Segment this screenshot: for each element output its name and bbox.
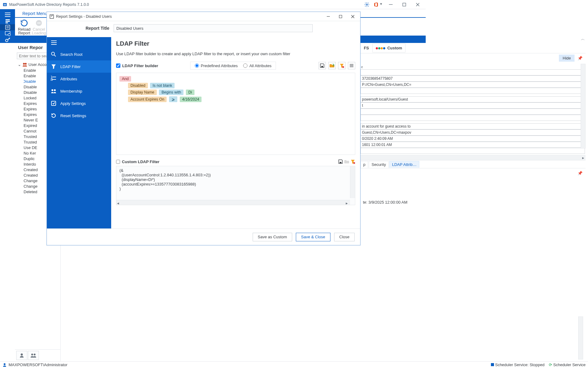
svg-rect-44 [340, 162, 341, 163]
svg-rect-40 [321, 66, 323, 67]
svg-rect-2 [4, 5, 6, 6]
filter-builder[interactable]: And Disabled Is not blank Display Name B… [116, 73, 355, 155]
filter-row-1[interactable]: Disabled Is not blank [128, 83, 352, 88]
lines-icon[interactable] [348, 62, 355, 69]
detail-field[interactable] [360, 142, 426, 148]
rail-item-4-key-icon[interactable] [0, 37, 15, 43]
dialog-hamburger-icon[interactable] [47, 37, 111, 48]
save-and-close-button[interactable]: Save & Close [296, 233, 330, 241]
main-minimize-button[interactable] [384, 0, 398, 9]
main-close-button[interactable] [411, 0, 424, 9]
users-icon [22, 63, 27, 67]
btab-ldap-attrib[interactable]: LDAP Attrib… [389, 161, 419, 168]
vertical-scrollbar[interactable] [350, 166, 355, 198]
save-as-custom-button[interactable]: Save as Custom [253, 233, 292, 241]
report-title-label: Report Title [51, 26, 109, 31]
custom-enable-checkbox[interactable]: Custom LDAP Filter [116, 159, 160, 164]
detail-field[interactable] [360, 69, 426, 75]
filter-row-3[interactable]: Account Expires On ⩾ 4/16/2024 [128, 96, 352, 102]
rail-hamburger-icon[interactable] [0, 12, 15, 18]
settings-gear-icon[interactable] [364, 2, 370, 7]
svg-rect-41 [350, 64, 353, 65]
nav-attributes[interactable]: 1a Attributes [47, 73, 111, 85]
detail-field[interactable] [360, 82, 426, 88]
open-folder-icon[interactable] [328, 62, 336, 69]
btab-1[interactable]: p [360, 161, 368, 168]
nav-apply-settings[interactable]: Apply Settings [47, 97, 111, 109]
token-val[interactable]: 4/16/2024 [180, 97, 202, 102]
save-icon[interactable] [338, 159, 343, 164]
token-attr[interactable]: Disabled [128, 83, 148, 88]
chevron-down-icon: ⌄ [17, 62, 21, 67]
svg-rect-26 [50, 15, 54, 18]
rail-item-3[interactable] [0, 30, 15, 36]
token-and[interactable]: And [119, 76, 131, 82]
horizontal-scrollbar[interactable]: ◂▸ [116, 200, 350, 205]
reset-icon [51, 113, 57, 119]
close-button[interactable]: Close [334, 233, 355, 241]
detail-field[interactable] [360, 102, 426, 109]
app-icon [2, 2, 7, 7]
svg-rect-0 [3, 3, 7, 6]
horizontal-scrollbar[interactable]: ▸ [360, 155, 426, 160]
rail-item-2-active[interactable] [0, 24, 15, 30]
svg-rect-6 [5, 13, 10, 13]
nav-membership[interactable]: Membership [47, 85, 111, 97]
svg-rect-10 [6, 21, 10, 22]
dialog-minimize-button[interactable] [322, 13, 334, 21]
detail-field[interactable] [360, 123, 426, 129]
detail-field[interactable] [360, 115, 426, 121]
date-value: te: 3/9/2025 12:00:00 AM [363, 200, 426, 205]
svg-point-32 [51, 52, 55, 55]
detail-field[interactable] [360, 88, 426, 94]
office365-icon[interactable] [373, 2, 379, 7]
right-bottom-tabs: p Security LDAP Attrib… [360, 160, 426, 168]
svg-rect-1 [4, 4, 6, 5]
radio-all[interactable]: All Attributes [243, 63, 271, 68]
tab-fs[interactable]: FS [360, 44, 372, 52]
tab-custom[interactable]: Custom [372, 44, 405, 52]
rail-item-1[interactable] [0, 18, 15, 24]
main-maximize-button[interactable] [398, 0, 411, 9]
detail-field[interactable] [360, 136, 426, 142]
radio-predefined[interactable]: Predefined Attributes [195, 63, 238, 68]
token-attr[interactable]: Display Name [128, 90, 157, 95]
filter-row-2[interactable]: Display Name Begins with Di [128, 90, 352, 95]
token-op[interactable]: ⩾ [169, 96, 177, 102]
nav-ldap-filter[interactable]: LDAP Filter [47, 60, 111, 73]
nav-reset-settings[interactable]: Reset Settings [47, 109, 111, 122]
detail-field[interactable] [360, 148, 426, 154]
right-details-grid: e [360, 63, 426, 155]
clear-filter-icon[interactable] [338, 62, 345, 69]
btab-security[interactable]: Security [369, 161, 389, 168]
svg-rect-9 [6, 19, 10, 20]
dialog-icon [49, 14, 54, 19]
dialog-sidebar: Search Root LDAP Filter 1a Attributes Me… [47, 37, 111, 228]
token-val[interactable]: Di [186, 90, 194, 95]
report-title-input[interactable] [114, 24, 313, 32]
ribbon-tab-report-menu[interactable]: Report Menu [19, 10, 50, 17]
clear-filter-icon[interactable] [350, 159, 355, 164]
apply-icon [51, 100, 57, 106]
token-op[interactable]: Begins with [159, 90, 183, 95]
custom-filter-textarea[interactable]: (& ((userAccountControl:1.2.840.113556.1… [116, 166, 355, 205]
dialog-close-button[interactable] [347, 13, 359, 21]
dialog-maximize-button[interactable] [334, 13, 347, 21]
dropdown-caret-icon[interactable]: ▾ [380, 2, 382, 6]
builder-enable-checkbox[interactable]: LDAP Filter builder [116, 63, 158, 68]
custom-checkbox-input[interactable] [116, 160, 120, 164]
save-icon[interactable] [318, 62, 326, 69]
token-attr[interactable]: Account Expires On [128, 97, 167, 102]
detail-field[interactable] [360, 75, 426, 82]
builder-checkbox-input[interactable] [116, 63, 120, 68]
svg-point-3 [366, 4, 368, 5]
detail-field[interactable] [360, 109, 426, 115]
svg-rect-39 [51, 101, 56, 105]
reload-report-button[interactable]: ReloadReport [17, 19, 32, 36]
detail-field[interactable] [360, 129, 426, 136]
nav-search-root[interactable]: Search Root [47, 48, 111, 60]
detail-field[interactable] [360, 96, 426, 102]
token-op[interactable]: Is not blank [150, 83, 175, 88]
attribute-scope-radio-group: Predefined Attributes All Attributes [190, 62, 276, 70]
dialog-footer: Save as Custom Save & Close Close [47, 228, 360, 245]
